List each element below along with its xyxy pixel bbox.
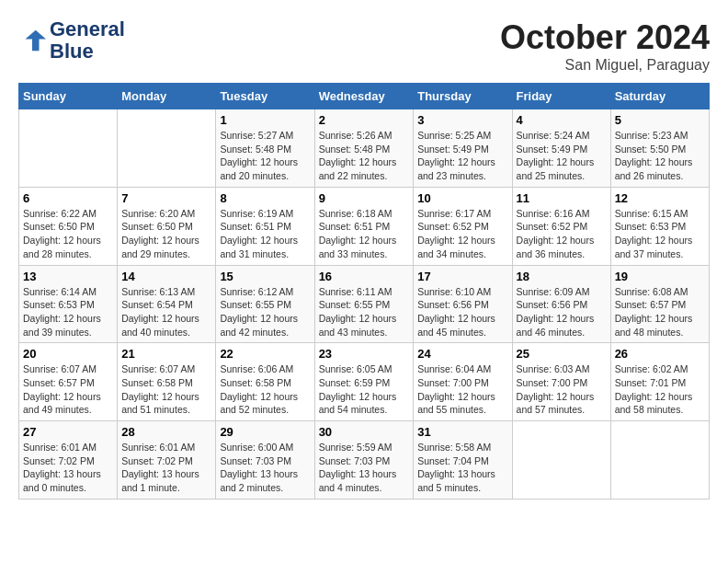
calendar-day-cell: 22Sunrise: 6:06 AMSunset: 6:58 PMDayligh… (216, 343, 314, 421)
calendar-day-cell: 8Sunrise: 6:19 AMSunset: 6:51 PMDaylight… (216, 187, 314, 265)
day-number: 25 (517, 347, 607, 361)
logo-icon (18, 27, 46, 54)
calendar-day-cell: 1Sunrise: 5:27 AMSunset: 5:48 PMDaylight… (216, 109, 314, 188)
day-number: 14 (121, 270, 211, 283)
calendar-day-cell: 7Sunrise: 6:20 AMSunset: 6:50 PMDaylight… (118, 187, 216, 265)
day-number: 10 (417, 191, 507, 205)
day-number: 23 (319, 347, 410, 361)
day-info: Sunrise: 5:23 AMSunset: 5:50 PMDaylight:… (615, 129, 705, 183)
day-info: Sunrise: 6:13 AMSunset: 6:54 PMDaylight:… (121, 285, 211, 339)
day-number: 17 (417, 270, 507, 283)
calendar-body: 1Sunrise: 5:27 AMSunset: 5:48 PMDaylight… (19, 109, 710, 500)
calendar-day-cell: 28Sunrise: 6:01 AMSunset: 7:02 PMDayligh… (118, 421, 216, 500)
day-number: 31 (417, 425, 507, 439)
calendar-day-cell: 3Sunrise: 5:25 AMSunset: 5:49 PMDaylight… (414, 109, 512, 188)
day-info: Sunrise: 6:12 AMSunset: 6:55 PMDaylight:… (220, 285, 310, 339)
day-number: 11 (517, 191, 607, 205)
day-number: 22 (220, 347, 310, 361)
calendar-day-cell: 2Sunrise: 5:26 AMSunset: 5:48 PMDaylight… (314, 109, 414, 188)
day-number: 8 (220, 191, 310, 205)
calendar-day-cell: 17Sunrise: 6:10 AMSunset: 6:56 PMDayligh… (414, 265, 512, 343)
calendar-header: SundayMondayTuesdayWednesdayThursdayFrid… (19, 84, 710, 109)
day-info: Sunrise: 5:25 AMSunset: 5:49 PMDaylight:… (417, 129, 507, 183)
day-info: Sunrise: 6:10 AMSunset: 6:56 PMDaylight:… (417, 285, 507, 339)
day-number: 9 (319, 191, 410, 205)
calendar-day-cell: 15Sunrise: 6:12 AMSunset: 6:55 PMDayligh… (216, 265, 314, 343)
day-info: Sunrise: 6:20 AMSunset: 6:50 PMDaylight:… (121, 207, 211, 261)
calendar-day-cell (118, 109, 216, 188)
day-number: 29 (220, 425, 310, 439)
day-number: 21 (121, 347, 211, 361)
calendar-week-row: 20Sunrise: 6:07 AMSunset: 6:57 PMDayligh… (19, 343, 710, 421)
calendar-day-cell (610, 421, 709, 500)
logo-line1: General (50, 18, 125, 40)
day-number: 2 (319, 113, 410, 127)
calendar-day-cell: 16Sunrise: 6:11 AMSunset: 6:55 PMDayligh… (314, 265, 414, 343)
weekday-header-cell: Friday (512, 84, 610, 109)
calendar-week-row: 1Sunrise: 5:27 AMSunset: 5:48 PMDaylight… (19, 109, 710, 188)
day-number: 6 (23, 191, 113, 205)
calendar-day-cell: 20Sunrise: 6:07 AMSunset: 6:57 PMDayligh… (19, 343, 118, 421)
day-number: 16 (319, 270, 410, 283)
location-subtitle: San Miguel, Paraguay (500, 57, 710, 74)
calendar-day-cell: 9Sunrise: 6:18 AMSunset: 6:51 PMDaylight… (314, 187, 414, 265)
calendar-week-row: 6Sunrise: 6:22 AMSunset: 6:50 PMDaylight… (19, 187, 710, 265)
calendar-day-cell: 31Sunrise: 5:58 AMSunset: 7:04 PMDayligh… (414, 421, 512, 500)
calendar-day-cell: 23Sunrise: 6:05 AMSunset: 6:59 PMDayligh… (314, 343, 414, 421)
calendar-day-cell: 10Sunrise: 6:17 AMSunset: 6:52 PMDayligh… (414, 187, 512, 265)
day-number: 1 (220, 113, 310, 127)
day-number: 28 (121, 425, 211, 439)
calendar-day-cell: 19Sunrise: 6:08 AMSunset: 6:57 PMDayligh… (610, 265, 709, 343)
calendar-day-cell: 29Sunrise: 6:00 AMSunset: 7:03 PMDayligh… (216, 421, 314, 500)
day-number: 27 (23, 425, 113, 439)
calendar-day-cell: 30Sunrise: 5:59 AMSunset: 7:03 PMDayligh… (314, 421, 414, 500)
day-info: Sunrise: 6:03 AMSunset: 7:00 PMDaylight:… (517, 362, 607, 417)
day-info: Sunrise: 5:26 AMSunset: 5:48 PMDaylight:… (319, 129, 410, 183)
day-info: Sunrise: 6:01 AMSunset: 7:02 PMDaylight:… (23, 441, 113, 495)
calendar-day-cell: 25Sunrise: 6:03 AMSunset: 7:00 PMDayligh… (512, 343, 610, 421)
calendar-day-cell: 26Sunrise: 6:02 AMSunset: 7:01 PMDayligh… (610, 343, 709, 421)
day-number: 5 (615, 113, 705, 127)
day-info: Sunrise: 6:14 AMSunset: 6:53 PMDaylight:… (23, 285, 113, 339)
day-info: Sunrise: 6:01 AMSunset: 7:02 PMDaylight:… (121, 441, 211, 495)
day-info: Sunrise: 6:02 AMSunset: 7:01 PMDaylight:… (615, 362, 705, 417)
day-number: 4 (517, 113, 607, 127)
logo-line2: Blue (50, 40, 125, 63)
weekday-header-cell: Monday (118, 84, 216, 109)
logo: General Blue (18, 18, 125, 63)
day-info: Sunrise: 6:07 AMSunset: 6:57 PMDaylight:… (23, 362, 113, 417)
day-info: Sunrise: 6:09 AMSunset: 6:56 PMDaylight:… (517, 285, 607, 339)
calendar-day-cell: 27Sunrise: 6:01 AMSunset: 7:02 PMDayligh… (19, 421, 118, 500)
day-info: Sunrise: 6:18 AMSunset: 6:51 PMDaylight:… (319, 207, 410, 261)
day-info: Sunrise: 6:22 AMSunset: 6:50 PMDaylight:… (23, 207, 113, 261)
calendar-day-cell (19, 109, 118, 188)
month-year-title: October 2024 (500, 18, 710, 57)
calendar-day-cell: 4Sunrise: 5:24 AMSunset: 5:49 PMDaylight… (512, 109, 610, 188)
day-number: 18 (517, 270, 607, 283)
calendar-day-cell: 21Sunrise: 6:07 AMSunset: 6:58 PMDayligh… (118, 343, 216, 421)
day-info: Sunrise: 5:58 AMSunset: 7:04 PMDaylight:… (417, 441, 507, 495)
day-number: 15 (220, 270, 310, 283)
day-info: Sunrise: 5:59 AMSunset: 7:03 PMDaylight:… (319, 441, 410, 495)
day-info: Sunrise: 6:00 AMSunset: 7:03 PMDaylight:… (220, 441, 310, 495)
day-number: 24 (417, 347, 507, 361)
weekday-header-cell: Saturday (610, 84, 709, 109)
day-info: Sunrise: 6:11 AMSunset: 6:55 PMDaylight:… (319, 285, 410, 339)
day-info: Sunrise: 6:15 AMSunset: 6:53 PMDaylight:… (615, 207, 705, 261)
weekday-header-cell: Sunday (19, 84, 118, 109)
day-info: Sunrise: 6:19 AMSunset: 6:51 PMDaylight:… (220, 207, 310, 261)
day-number: 26 (615, 347, 705, 361)
day-number: 12 (615, 191, 705, 205)
calendar-day-cell: 18Sunrise: 6:09 AMSunset: 6:56 PMDayligh… (512, 265, 610, 343)
calendar-day-cell (512, 421, 610, 500)
day-number: 30 (319, 425, 410, 439)
day-info: Sunrise: 6:04 AMSunset: 7:00 PMDaylight:… (417, 362, 507, 417)
title-block: October 2024 San Miguel, Paraguay (500, 18, 710, 74)
calendar-table: SundayMondayTuesdayWednesdayThursdayFrid… (18, 83, 710, 500)
calendar-week-row: 13Sunrise: 6:14 AMSunset: 6:53 PMDayligh… (19, 265, 710, 343)
page-header: General Blue October 2024 San Miguel, Pa… (18, 18, 710, 74)
weekday-header-cell: Wednesday (314, 84, 414, 109)
calendar-day-cell: 24Sunrise: 6:04 AMSunset: 7:00 PMDayligh… (414, 343, 512, 421)
calendar-day-cell: 14Sunrise: 6:13 AMSunset: 6:54 PMDayligh… (118, 265, 216, 343)
weekday-header-cell: Thursday (414, 84, 512, 109)
